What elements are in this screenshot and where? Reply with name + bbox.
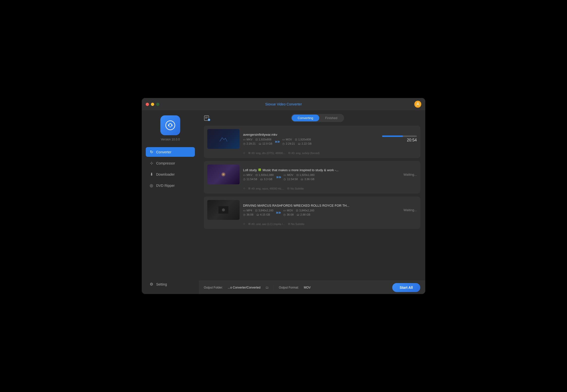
main-window: Siovue Video Converter [142,98,425,294]
file-info-2: Lofi study 🍀 Music that makes u more ins… [243,168,379,181]
compressor-icon: ⊹ [149,161,154,165]
nav-items: ↻ Converter ⊹ Compressor ⬇ Downloader ◎ … [146,147,195,190]
status-area-1: 20:54 [382,135,417,142]
titlebar: Siovue Video Converter [142,98,425,110]
from-to-section-1: ▭ MKV ⊡ 1,920x808 [243,138,379,145]
to-section-1: ▭ MOV ⊡ 1,920x808 [282,138,312,145]
divider [274,285,274,291]
from-to-section-2: ▭ MKV ⊡ 1,920x1,080 [243,173,379,181]
file-card-main-3: DRIVING MARCUS RASHFORDS WRECKED ROLLS R… [207,200,417,220]
main-area: Converting Finished [199,110,425,294]
audio-detail-2: ⊞ #0: eng, opus, 48000 Hz,... [248,187,284,190]
status-area-3: Waiting... [382,208,417,212]
file-info-3: DRIVING MARCUS RASHFORDS WRECKED ROLLS R… [243,204,379,216]
svg-point-8 [222,173,224,175]
converter-icon: ↻ [149,150,154,154]
from-size-3: 🗂 4.15 GB [256,213,270,216]
size-icon-to: 🗂 [298,142,301,145]
from-format-2: ▭ MKV [243,173,252,177]
bottom-bar: Output Folder: ...o Converter/Converted … [199,281,425,294]
sidebar-item-label-compressor: Compressor [156,161,175,165]
file-card-main-1: avengersinfinitywar.mkv ▭ MKV [207,129,417,149]
duration-icon-to: ◷ [282,142,285,145]
to-resolution-3: ⊡ 3,840x2,160 [296,209,314,212]
svg-point-1 [166,121,175,130]
from-duration-3: ◷ 36:08 [243,213,253,216]
format-icon: ▭ [243,138,246,141]
sidebar-item-label-converter: Converter [156,150,171,154]
thumbnail-3 [207,200,240,220]
from-resolution-2: ⊡ 1,920x1,080 [255,173,274,177]
status-area-2: Waiting... [382,173,417,176]
start-all-button[interactable]: Start All [392,283,420,292]
from-section-1: ▭ MKV ⊡ 1,920x808 [243,138,272,145]
from-to-section-3: ▭ MP4 ⊡ 3,840x2,160 [243,209,379,216]
subtitle-detail-2: ⊟ No Subtitle [287,187,304,190]
to-section-3: ▭ MOV ⊡ 3,840x2,160 [283,209,314,216]
file-name-2: Lofi study 🍀 Music that makes u more ins… [243,168,379,172]
window-title: Siovue Video Converter [265,102,302,106]
file-card-3: DRIVING MARCUS RASHFORDS WRECKED ROLLS R… [204,196,420,229]
add-file-button[interactable] [204,115,211,122]
sidebar-item-setting[interactable]: ⚙ Setting [146,279,195,289]
output-folder-label: Output Folder: [204,286,223,289]
content-area: avengersinfinitywar.mkv ▭ MKV [199,126,425,281]
to-duration-3: ◷ 36:08 [283,213,294,216]
minimize-button[interactable] [151,103,154,106]
sidebar-bottom: ⚙ Setting [146,279,195,289]
output-format-value: MOV [304,286,311,289]
to-size-2: 🗂 3.96 GB [301,178,314,181]
crop-icon-3: ⊹ [243,222,245,226]
size-icon: 🗂 [259,142,261,145]
crop-icon-1: ⊹ [243,151,245,155]
duration-icon: ◷ [243,142,246,145]
sidebar-item-dvd-ripper[interactable]: ◎ DVD Ripper [146,181,195,190]
format-icon-to: ▭ [282,138,285,141]
file-name-3: DRIVING MARCUS RASHFORDS WRECKED ROLLS R… [243,204,379,207]
subtitle-detail-3: ⊟ No Subtitle [288,222,305,226]
to-duration-2: ◷ 11:54:58 [284,178,298,181]
to-meta-3: ▭ MOV ⊡ 3,840x2,160 [283,209,314,212]
thumbnail-2 [207,164,240,184]
traffic-lights [146,103,159,106]
from-meta-3: ▭ MP4 ⊡ 3,840x2,160 [243,209,273,212]
settings-icon: ⚙ [149,282,154,287]
to-meta-2b: ◷ 11:54:58 🗂 3.96 GB [284,178,315,181]
user-avatar[interactable] [414,101,421,108]
arrows-icon-1: »» [272,139,282,144]
tab-converting[interactable]: Converting [292,115,319,121]
from-meta-2: ▭ MKV ⊡ 1,920x1,080 [243,173,274,177]
from-meta-3b: ◷ 36:08 🗂 4.15 GB [243,213,273,216]
file-details-1: ⊹ ⊞ #0: eng, dts (DTS), 48000... ⊟ #0: e… [207,151,417,155]
file-card-main-2: Lofi study 🍀 Music that makes u more ins… [207,164,417,184]
close-button[interactable] [146,103,149,106]
to-format-2: ▭ MOV [284,173,293,177]
output-folder-value: ...o Converter/Converted [228,286,260,289]
sidebar-item-compressor[interactable]: ⊹ Compressor [146,158,195,168]
from-meta-1: ▭ MKV ⊡ 1,920x808 [243,138,272,141]
from-duration-1: ◷ 2:29:21 [243,142,256,145]
sidebar: Version 10.0.0 ↻ Converter ⊹ Compressor … [142,110,199,294]
main-content: Version 10.0.0 ↻ Converter ⊹ Compressor … [142,110,425,294]
sidebar-item-label-downloader: Downloader [156,172,175,176]
sidebar-item-downloader[interactable]: ⬇ Downloader [146,169,195,179]
from-resolution-1: ⊡ 1,920x808 [255,138,271,141]
from-format-1: ▭ MKV [243,138,252,141]
progress-bar-1 [382,135,417,137]
svg-point-2 [168,125,169,126]
subtitle-detail-1: ⊟ #0: eng, subrip (forced) [288,151,320,155]
tab-finished[interactable]: Finished [319,115,343,121]
file-details-2: ⊹ ⊞ #0: eng, opus, 48000 Hz,... ⊟ No Sub… [207,187,417,190]
sidebar-item-converter[interactable]: ↻ Converter [146,147,195,157]
to-meta-1b: ◷ 2:29:21 🗂 2.22 GB [282,142,312,145]
maximize-button[interactable] [156,103,159,106]
file-details-3: ⊹ ⊞ #0: und, aac (LC) (mp4a /... ⊟ No Su… [207,222,417,226]
svg-point-3 [171,125,173,126]
arrows-icon-2: »» [274,174,284,180]
waiting-text-3: Waiting... [403,208,417,212]
from-meta-1b: ◷ 2:29:21 🗂 12.9 GB [243,142,272,145]
sidebar-item-label-dvd: DVD Ripper [156,184,175,188]
to-meta-2: ▭ MOV ⊡ 1,920x1,080 [284,173,315,177]
from-resolution-3: ⊡ 3,840x2,160 [255,209,274,212]
dvd-icon: ◎ [149,183,154,188]
